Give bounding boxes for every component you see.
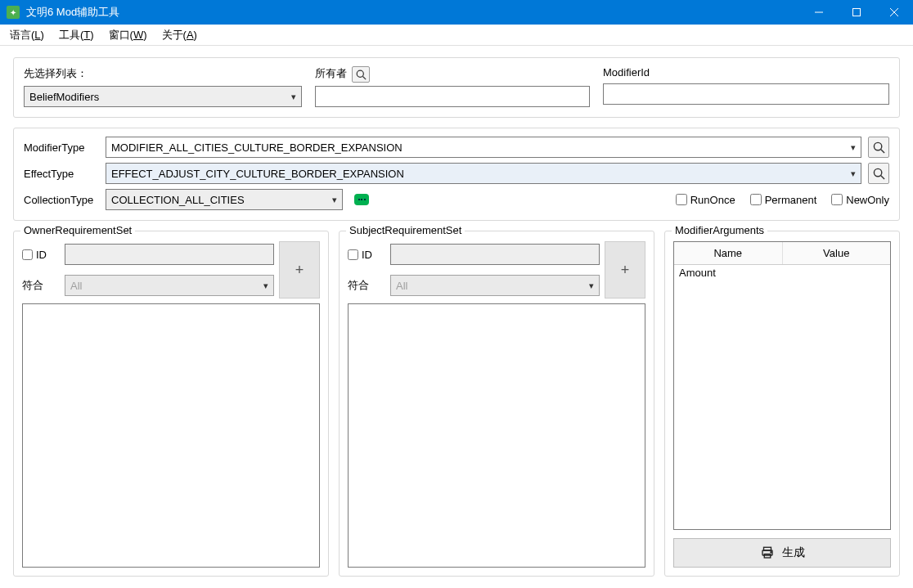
effect-type-search-button[interactable] [868,163,889,184]
search-icon [356,70,367,80]
owner-match-label: 符合 [22,278,60,293]
menu-language[interactable]: 语言(L) [10,28,44,43]
svg-rect-12 [764,554,771,559]
owner-requirement-list[interactable] [22,303,320,568]
titlebar: ✦ 文明6 Mod辅助工具 [0,0,913,25]
modifier-type-label: ModifierType [24,141,99,154]
owner-input[interactable] [315,86,590,107]
new-only-checkbox[interactable]: NewOnly [831,194,889,206]
app-icon: ✦ [7,6,20,19]
arguments-table[interactable]: Name Value Amount [673,241,891,530]
owner-label: 所有者 [315,66,347,81]
arg-value-cell[interactable] [782,265,890,285]
subject-requirement-panel: SubjectRequirementSet ID + 符合 All [339,231,654,577]
search-icon [873,168,885,180]
modifier-arguments-title: ModifierArguments [672,224,767,236]
preselect-label: 先选择列表： [24,66,302,81]
svg-line-5 [362,76,366,79]
subject-add-button[interactable]: + [605,241,645,298]
collection-type-label: CollectionType [24,194,99,206]
arg-name-cell: Amount [674,265,782,285]
collection-type-dropdown[interactable]: COLLECTION_ALL_CITIES [106,189,343,210]
owner-requirement-panel: OwnerRequirementSet ID + 符合 All [13,231,329,577]
subject-requirement-list[interactable] [348,303,645,568]
svg-rect-1 [853,9,861,16]
menubar: 语言(L) 工具(T) 窗口(W) 关于(A) [0,25,913,46]
minimize-button[interactable] [800,0,838,25]
owner-requirement-title: OwnerRequirementSet [20,224,135,236]
table-row[interactable]: Amount [674,265,890,285]
subject-match-dropdown: All [390,275,600,296]
owner-search-button[interactable] [352,66,370,83]
col-value-header: Value [783,242,891,264]
svg-line-9 [880,175,884,178]
run-once-checkbox[interactable]: RunOnce [676,194,735,206]
preselect-dropdown[interactable]: BeliefModifiers [24,86,302,107]
print-icon [759,545,776,560]
modifier-id-input[interactable] [603,83,889,105]
menu-about[interactable]: 关于(A) [162,28,197,43]
effect-type-label: EffectType [24,168,99,180]
owner-add-button[interactable]: + [279,241,320,298]
chat-icon[interactable] [354,194,369,205]
owner-id-input[interactable] [65,244,274,265]
svg-point-4 [357,70,363,77]
permanent-checkbox[interactable]: Permanent [750,194,817,206]
modifier-type-group: ModifierType MODIFIER_ALL_CITIES_CULTURE… [13,128,900,221]
effect-type-dropdown[interactable]: EFFECT_ADJUST_CITY_CULTURE_BORDER_EXPANS… [106,163,861,184]
subject-id-checkbox[interactable]: ID [348,249,385,261]
table-header: Name Value [674,242,890,265]
top-selector-group: 先选择列表： BeliefModifiers 所有者 ModifierId [13,57,900,118]
svg-line-7 [880,149,884,152]
modifier-type-search-button[interactable] [868,137,889,158]
modifier-type-dropdown[interactable]: MODIFIER_ALL_CITIES_CULTURE_BORDER_EXPAN… [106,137,861,158]
search-icon [873,141,885,154]
subject-id-input[interactable] [390,244,600,265]
modifier-arguments-panel: ModifierArguments Name Value Amount [664,231,900,577]
subject-requirement-title: SubjectRequirementSet [346,224,465,236]
modifier-id-label: ModifierId [603,66,889,79]
svg-point-8 [874,168,881,176]
owner-match-dropdown: All [65,275,274,296]
svg-point-13 [771,552,771,553]
maximize-button[interactable] [838,0,875,25]
close-button[interactable] [875,0,913,25]
owner-id-checkbox[interactable]: ID [22,249,60,261]
col-name-header: Name [674,242,783,264]
subject-match-label: 符合 [348,278,385,293]
window-title: 文明6 Mod辅助工具 [26,5,800,20]
window-controls [800,0,913,25]
menu-window[interactable]: 窗口(W) [109,28,147,43]
generate-button[interactable]: 生成 [673,538,891,568]
svg-point-6 [874,142,881,150]
menu-tools[interactable]: 工具(T) [59,28,94,43]
